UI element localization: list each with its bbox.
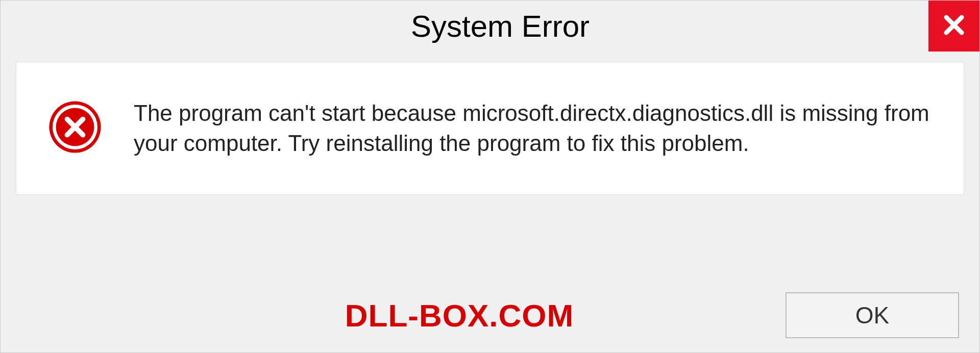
content-panel: The program can't start because microsof… [16,62,964,195]
error-icon [47,99,103,157]
ok-button[interactable]: OK [786,292,959,338]
close-icon [941,12,967,40]
error-message: The program can't start because microsof… [134,98,933,159]
error-dialog: System Error The program can't start bec… [0,0,980,353]
close-button[interactable] [928,1,979,52]
titlebar: System Error [1,1,979,52]
watermark-text: DLL-BOX.COM [133,297,786,334]
dialog-title: System Error [21,9,979,44]
footer: DLL-BOX.COM OK [1,292,979,338]
